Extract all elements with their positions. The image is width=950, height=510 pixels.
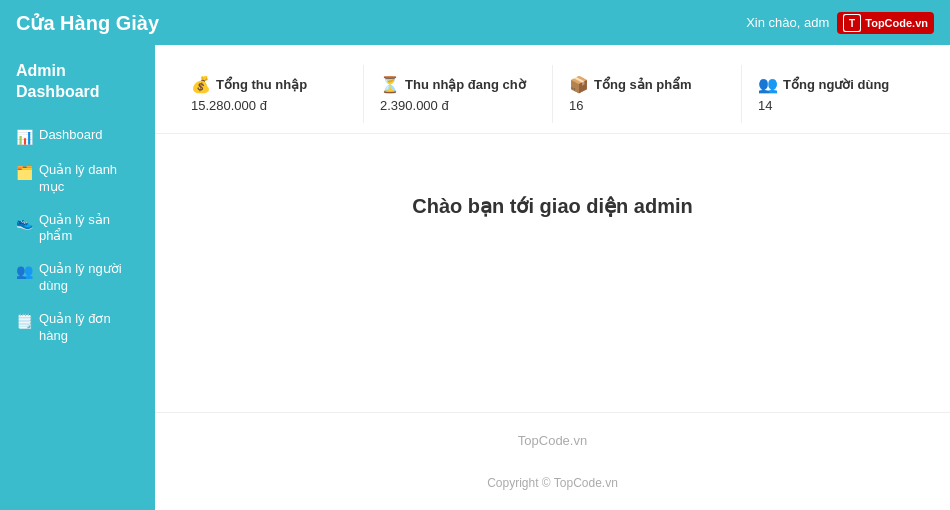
welcome-text: Chào bạn tới giao diện admin	[412, 194, 692, 218]
stat-card-users: 👥 Tổng người dùng 14	[742, 65, 930, 123]
dashboard-icon: 📊	[16, 128, 33, 146]
topcode-badge: T TopCode.vn	[837, 12, 934, 34]
footer-copyright: Copyright © TopCode.vn	[175, 476, 930, 490]
sidebar-item-label: Quản lý sản phẩm	[39, 212, 139, 246]
badge-label: TopCode.vn	[865, 17, 928, 29]
svg-text:T: T	[849, 18, 855, 29]
footer-area: TopCode.vn Copyright © TopCode.vn	[155, 412, 950, 510]
users-stat-icon: 👥	[758, 75, 778, 94]
stat-value-revenue: 15.280.000 đ	[191, 98, 347, 113]
products-icon: 👟	[16, 213, 33, 231]
badge-logo-icon: T	[843, 14, 861, 32]
stat-card-revenue: 💰 Tổng thu nhập 15.280.000 đ	[175, 65, 364, 123]
sidebar-item-label: Dashboard	[39, 127, 103, 144]
sidebar-title: Admin Dashboard	[0, 61, 155, 119]
stat-card-products: 📦 Tổng sản phẩm 16	[553, 65, 742, 123]
pending-icon: ⏳	[380, 75, 400, 94]
body-layout: Admin Dashboard 📊 Dashboard 🗂️ Quản lý d…	[0, 45, 950, 510]
footer-topcode: TopCode.vn	[175, 433, 930, 448]
users-icon: 👥	[16, 262, 33, 280]
sidebar-item-dashboard[interactable]: 📊 Dashboard	[0, 119, 155, 154]
stat-value-products: 16	[569, 98, 725, 113]
sidebar: Admin Dashboard 📊 Dashboard 🗂️ Quản lý d…	[0, 45, 155, 510]
sidebar-item-orders[interactable]: 🗒️ Quản lý đơn hàng	[0, 303, 155, 353]
welcome-area: Chào bạn tới giao diện admin TopCode.vn …	[155, 134, 950, 510]
main-content: 💰 Tổng thu nhập 15.280.000 đ ⏳ Thu nhập …	[155, 45, 950, 510]
header-right: Xin chào, adm T TopCode.vn	[746, 12, 934, 34]
header: Cửa Hàng Giày Xin chào, adm T TopCode.vn	[0, 0, 950, 45]
stat-card-pending: ⏳ Thu nhập đang chờ 2.390.000 đ	[364, 65, 553, 123]
stat-label-users: 👥 Tổng người dùng	[758, 75, 914, 94]
sidebar-item-label: Quản lý danh mục	[39, 162, 139, 196]
stat-value-pending: 2.390.000 đ	[380, 98, 536, 113]
stat-label-products: 📦 Tổng sản phẩm	[569, 75, 725, 94]
site-title: Cửa Hàng Giày	[16, 11, 159, 35]
sidebar-item-users[interactable]: 👥 Quản lý người dùng	[0, 253, 155, 303]
stat-value-users: 14	[758, 98, 914, 113]
stats-row: 💰 Tổng thu nhập 15.280.000 đ ⏳ Thu nhập …	[155, 45, 950, 134]
greeting-text: Xin chào, adm	[746, 15, 829, 30]
sidebar-item-label: Quản lý người dùng	[39, 261, 139, 295]
categories-icon: 🗂️	[16, 163, 33, 181]
sidebar-item-categories[interactable]: 🗂️ Quản lý danh mục	[0, 154, 155, 204]
orders-icon: 🗒️	[16, 312, 33, 330]
sidebar-item-label: Quản lý đơn hàng	[39, 311, 139, 345]
products-stat-icon: 📦	[569, 75, 589, 94]
stat-label-revenue: 💰 Tổng thu nhập	[191, 75, 347, 94]
stat-label-pending: ⏳ Thu nhập đang chờ	[380, 75, 536, 94]
sidebar-item-products[interactable]: 👟 Quản lý sản phẩm	[0, 204, 155, 254]
revenue-icon: 💰	[191, 75, 211, 94]
